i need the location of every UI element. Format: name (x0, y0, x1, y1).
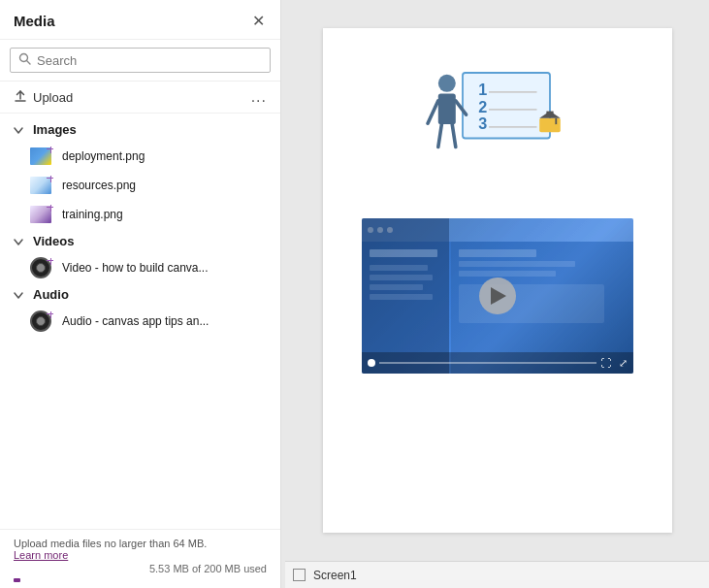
svg-line-21 (452, 124, 456, 147)
list-item[interactable]: resources.png (0, 171, 280, 200)
svg-text:3: 3 (478, 114, 487, 132)
svg-line-1 (27, 61, 31, 65)
fullscreen-icon[interactable]: ⛶ (600, 357, 611, 370)
search-input[interactable] (37, 53, 262, 68)
resize-handle[interactable] (281, 0, 285, 588)
progress-bar[interactable] (379, 362, 596, 364)
search-container (0, 40, 280, 82)
videos-section-header[interactable]: Videos (0, 229, 280, 253)
app-container: Media ✕ (0, 0, 709, 588)
screen-label: Screen1 (313, 569, 357, 582)
video-name: Video - how to build canva... (62, 261, 209, 275)
svg-rect-13 (546, 112, 553, 115)
training-thumb (27, 204, 54, 225)
progress-indicator (368, 359, 375, 367)
expand-icon[interactable]: ⤢ (619, 357, 628, 370)
storage-bar-container (14, 578, 267, 582)
svg-rect-4 (463, 73, 550, 139)
bottom-bar: Screen1 (285, 561, 709, 588)
play-button[interactable] (479, 278, 516, 314)
images-section-title: Images (33, 122, 77, 137)
video-controls: ⛶ ⤢ (600, 357, 628, 370)
search-box (10, 48, 271, 73)
panel-header: Media ✕ (0, 0, 280, 40)
svg-rect-17 (437, 94, 455, 125)
training-name: training.png (62, 208, 123, 221)
list-item[interactable]: Video - how to build canva... (0, 253, 280, 282)
video-preview[interactable]: ⛶ ⤢ (362, 218, 633, 374)
training-image: 1 2 3 (401, 48, 595, 203)
svg-text:1: 1 (478, 81, 487, 98)
videos-chevron-icon (14, 236, 27, 247)
canvas-area: 1 2 3 (285, 0, 709, 588)
svg-rect-25 (459, 261, 575, 267)
play-icon (491, 287, 506, 305)
svg-rect-26 (459, 271, 556, 277)
list-item[interactable]: deployment.png (0, 142, 280, 171)
audio-thumb (27, 310, 54, 332)
svg-rect-14 (555, 118, 557, 125)
search-icon (18, 52, 31, 68)
svg-point-16 (437, 75, 455, 92)
list-item[interactable]: training.png (0, 200, 280, 229)
audio-chevron-icon (14, 289, 27, 301)
audio-name: Audio - canvas app tips an... (62, 314, 209, 328)
videos-section-title: Videos (33, 234, 74, 248)
audio-section-title: Audio (33, 287, 69, 302)
upload-row: Upload ... (0, 82, 280, 114)
svg-rect-30 (370, 275, 433, 280)
video-thumb (27, 257, 54, 278)
sidebar-footer: Upload media files no larger than 64 MB.… (0, 529, 280, 588)
upload-icon (14, 89, 27, 106)
svg-line-20 (437, 124, 441, 147)
deployment-name: deployment.png (62, 149, 145, 163)
panel-title: Media (14, 13, 55, 29)
learn-more-link[interactable]: Learn more (14, 549, 68, 561)
svg-rect-31 (370, 284, 423, 290)
media-list: Images deployment.png (0, 114, 280, 529)
images-chevron-icon (14, 124, 27, 136)
list-item[interactable]: Audio - canvas app tips an... (0, 307, 280, 336)
images-section-header[interactable]: Images (0, 117, 280, 142)
canvas-frame[interactable]: 1 2 3 (323, 28, 672, 533)
more-options-button[interactable]: ... (251, 88, 267, 106)
resources-thumb (27, 175, 54, 196)
svg-rect-32 (370, 294, 433, 300)
screen-checkbox[interactable] (293, 569, 306, 581)
close-button[interactable]: ✕ (247, 10, 269, 31)
audio-section-header[interactable]: Audio (0, 282, 280, 307)
svg-text:2: 2 (478, 98, 487, 115)
storage-bar (14, 578, 20, 582)
deployment-thumb (27, 146, 54, 167)
canvas-workspace: 1 2 3 (285, 0, 709, 561)
upload-label: Upload (33, 90, 73, 105)
upload-info-text: Upload media files no larger than 64 MB. (14, 538, 267, 549)
upload-button[interactable]: Upload (14, 89, 73, 106)
resources-name: resources.png (62, 179, 136, 192)
svg-rect-24 (459, 249, 536, 257)
media-panel: Media ✕ (0, 0, 281, 588)
video-controls-bar: ⛶ ⤢ (362, 352, 633, 374)
svg-rect-29 (370, 265, 428, 271)
svg-point-15 (553, 124, 558, 129)
storage-usage-text: 5.53 MB of 200 MB used (14, 563, 267, 574)
svg-line-18 (428, 101, 438, 123)
svg-rect-28 (370, 249, 437, 257)
